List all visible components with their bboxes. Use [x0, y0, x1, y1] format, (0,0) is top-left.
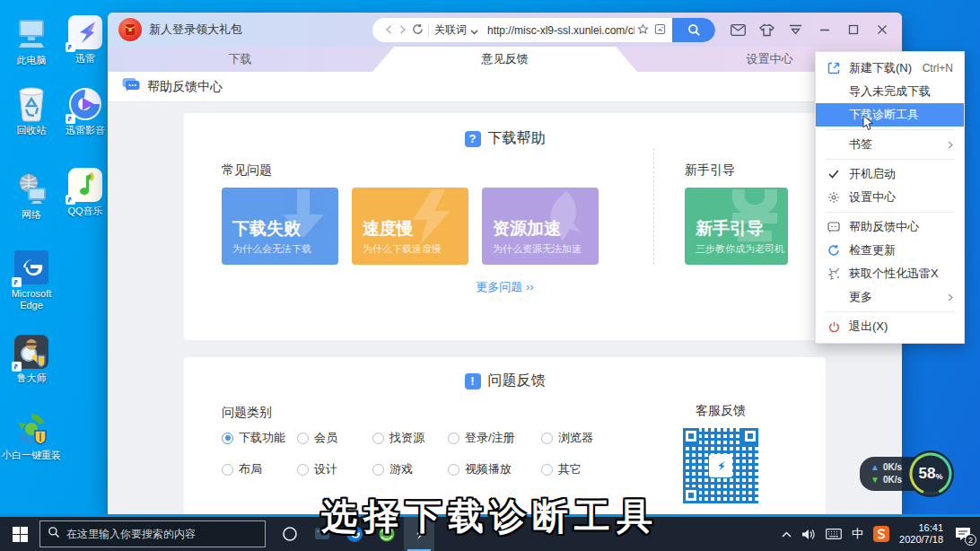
keyword-dropdown[interactable]: 关联词: [434, 22, 467, 38]
percent-unit: %: [935, 472, 942, 481]
maximize-button[interactable]: [845, 22, 861, 38]
star-icon[interactable]: [637, 22, 649, 39]
menu-item-more[interactable]: 更多: [816, 285, 964, 309]
chevron-down-icon[interactable]: [470, 22, 478, 39]
help-section-title: ? 下载帮助: [184, 129, 826, 148]
action-center-icon[interactable]: 2: [953, 524, 973, 544]
main-menu-icon[interactable]: [788, 22, 803, 38]
desktop-icon-network[interactable]: 网络: [5, 171, 57, 221]
new-download-icon: [827, 61, 841, 75]
upload-speed: 0K/s: [883, 461, 902, 474]
message-icon[interactable]: [731, 22, 746, 38]
tab-download[interactable]: 下载: [108, 47, 372, 72]
radio-other[interactable]: 其它: [541, 461, 613, 477]
gear-icon: [827, 190, 841, 205]
address-bar[interactable]: 关联词 http://misc-xl9-ssl.xunlei.com/cli: [372, 18, 715, 42]
faq-card-resource-boost[interactable]: 资源加速 为什么资源无法加速: [482, 188, 599, 265]
promo-banner[interactable]: 新人登录领大礼包: [118, 18, 242, 41]
bookmark-add-icon[interactable]: [654, 22, 666, 39]
menu-item-exit[interactable]: 退出(X): [816, 315, 964, 338]
minimize-button[interactable]: [817, 22, 832, 38]
start-button[interactable]: [0, 517, 39, 551]
radio-download-function[interactable]: 下载功能: [222, 430, 297, 446]
taskbar-cortana-button[interactable]: [275, 517, 305, 551]
radio-dot-icon: [372, 433, 384, 444]
desktop-icon-xiaobai[interactable]: 小白一键重装: [2, 411, 61, 461]
volume-icon[interactable]: [801, 529, 816, 540]
video-subtitle: 选择下载诊断工具: [321, 492, 659, 541]
xunlei-window: 新人登录领大礼包 关联词 http://misc-xl9-ssl.xunlei.…: [108, 13, 902, 514]
desktop: 此电脑 迅雷 回收站 迅雷影音 网络 QQ音乐: [0, 0, 980, 551]
menu-item-personalized[interactable]: 获取个性化迅雷X: [816, 262, 964, 285]
radio-login[interactable]: 登录/注册: [448, 430, 541, 446]
faq-card-download-fail[interactable]: 下载失败 为什么会无法下载: [222, 188, 338, 265]
radio-find-resource[interactable]: 找资源: [372, 430, 448, 446]
network-icon: [13, 171, 49, 206]
qq-music-icon: [67, 167, 103, 203]
more-questions-link[interactable]: 更多问题 ››: [184, 279, 826, 295]
touch-keyboard-icon[interactable]: [826, 529, 842, 539]
taskbar-search-input[interactable]: [66, 528, 246, 540]
chevron-right-icon: [948, 291, 953, 304]
menu-item-help-center[interactable]: 帮助反馈中心: [816, 215, 964, 239]
menu-item-check-update[interactable]: 检查更新: [816, 239, 964, 262]
xunlei-player-icon: [67, 86, 103, 122]
desktop-icon-qq-music[interactable]: QQ音乐: [59, 167, 111, 217]
guide-label: 新手引导: [685, 162, 788, 179]
problem-feedback-section: ! 问题反馈 问题类别 下载功能 会员 找资源 登录/注册 浏览器 布局 设: [184, 357, 826, 514]
back-icon[interactable]: [381, 23, 396, 37]
url-text[interactable]: http://misc-xl9-ssl.xunlei.com/cli: [487, 24, 634, 37]
menu-item-bookmarks[interactable]: 书签: [816, 133, 964, 156]
download-arrow-icon: ▼: [871, 474, 879, 486]
menu-item-new-download[interactable]: 新建下载(N) Ctrl+N: [816, 57, 964, 80]
page-content: 帮助反馈中心 ? 下载帮助 常见问题 下载失败 为什么会无法下: [108, 72, 902, 514]
lightning-watermark-icon: [406, 189, 465, 245]
menu-item-download-diagnostic[interactable]: 下载诊断工具: [816, 103, 964, 127]
chat-bubble-icon: [827, 220, 841, 234]
desktop-icon-xunlei[interactable]: 迅雷: [59, 14, 111, 65]
desktop-icon-edge[interactable]: Microsoft Edge: [3, 249, 60, 311]
usage-percent-circle[interactable]: 58%: [906, 449, 956, 499]
search-icon: [48, 526, 60, 542]
radio-dot-icon: [222, 433, 233, 444]
close-button[interactable]: [874, 22, 889, 38]
ludashi-icon: [13, 334, 49, 370]
radio-dot-icon: [372, 464, 384, 476]
menu-item-settings[interactable]: 设置中心: [816, 186, 964, 209]
this-pc-icon: [13, 16, 49, 52]
tab-feedback[interactable]: 意见反馈: [372, 47, 637, 72]
skin-icon[interactable]: [759, 22, 774, 38]
taskbar-clock[interactable]: 16:41 2020/7/18: [899, 522, 943, 546]
forward-icon[interactable]: [396, 23, 410, 37]
speed-monitor-widget[interactable]: ▲0K/s ▼0K/s 58%: [860, 449, 956, 499]
hidden-icons-chevron[interactable]: [782, 531, 792, 538]
radio-game[interactable]: 游戏: [372, 461, 448, 477]
help-center-icon: [122, 77, 140, 96]
menu-separator: [825, 159, 955, 160]
ime-indicator[interactable]: 中: [852, 526, 863, 542]
radio-layout[interactable]: 布局: [222, 461, 297, 477]
taskbar-search[interactable]: [39, 520, 266, 547]
faq-card-slow-speed[interactable]: 速度慢 为什么下载速度慢: [352, 188, 468, 265]
radio-design[interactable]: 设计: [297, 461, 372, 477]
radio-browser[interactable]: 浏览器: [541, 430, 613, 446]
desktop-icon-this-pc[interactable]: 此电脑: [5, 16, 57, 66]
sogou-input-icon[interactable]: [873, 526, 889, 542]
percent-value: 58: [919, 465, 936, 483]
desktop-icon-xunlei-player[interactable]: 迅雷影音: [59, 86, 111, 136]
titlebar: 新人登录领大礼包 关联词 http://misc-xl9-ssl.xunlei.…: [108, 13, 902, 47]
radio-video[interactable]: 视频播放: [448, 461, 541, 477]
menu-item-startup[interactable]: 开机启动: [816, 162, 964, 186]
desktop-icon-recycle-bin[interactable]: 回收站: [5, 86, 57, 136]
download-speed: 0K/s: [883, 474, 902, 486]
refresh-icon[interactable]: [410, 23, 424, 38]
guide-card[interactable]: 新手引导 三步教你成为老司机: [685, 188, 788, 265]
radio-member[interactable]: 会员: [297, 430, 372, 446]
help-title: 下载帮助: [488, 129, 546, 148]
menu-separator: [825, 311, 955, 312]
search-button[interactable]: [672, 18, 715, 42]
page-title: 帮助反馈中心: [147, 79, 223, 95]
desktop-icon-ludashi[interactable]: 鲁大师: [5, 334, 57, 384]
radio-dot-icon: [222, 464, 233, 476]
menu-item-import-unfinished[interactable]: 导入未完成下载: [816, 80, 964, 103]
